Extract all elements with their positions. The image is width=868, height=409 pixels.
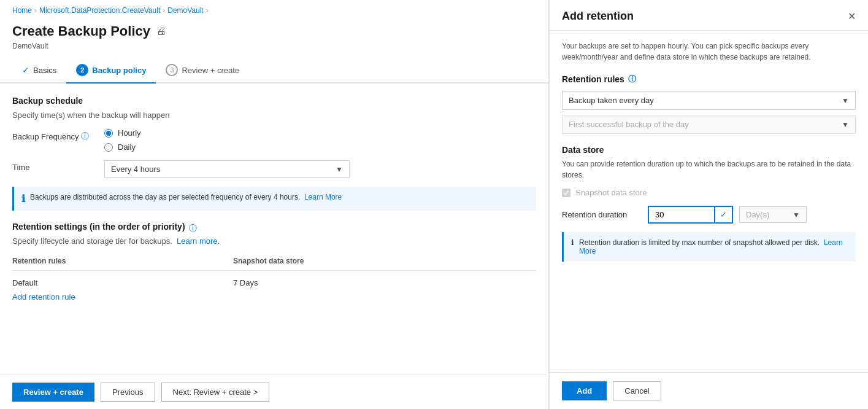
tab-review-create[interactable]: 3 Review + create <box>156 58 249 82</box>
right-info-icon: ℹ <box>571 238 574 247</box>
snapshot-checkbox <box>562 189 570 197</box>
previous-button[interactable]: Previous <box>101 383 155 402</box>
frequency-info-icon[interactable]: ⓘ <box>81 131 89 142</box>
page-subtitle: DemoVault <box>0 42 548 58</box>
retention-value-input[interactable] <box>648 206 715 224</box>
retention-learn-more-link[interactable]: Learn more. <box>177 236 220 246</box>
info-circle-icon: ℹ <box>21 193 25 204</box>
backup-schedule-subtitle: Specify time(s) when the backup will hap… <box>12 111 536 120</box>
right-panel-header: Add retention ✕ <box>550 0 868 31</box>
tab-review-num: 3 <box>166 64 178 76</box>
main-content: Backup schedule Specify time(s) when the… <box>0 84 548 375</box>
retention-duration-row: Retention duration ✓ Day(s) ▼ <box>562 206 856 224</box>
right-info-box: ℹ Retention duration is limited by max n… <box>562 232 856 262</box>
retention-table-header: Retention rules Snapshot data store <box>12 252 536 271</box>
retention-header: Retention settings (in the order of prio… <box>12 222 536 236</box>
table-row: Default 7 Days <box>12 273 536 292</box>
right-sub-chevron-icon: ▼ <box>842 120 849 129</box>
right-retention-dropdown-value: Backup taken every day <box>569 96 654 105</box>
tab-basics[interactable]: ✓ Basics <box>12 59 66 81</box>
right-datastore-title: Data store <box>562 145 856 155</box>
retention-input-group: ✓ <box>648 206 733 224</box>
right-description: Your backups are set to happen hourly. Y… <box>562 41 856 63</box>
frequency-info-box: ℹ Backups are distributed across the day… <box>12 187 536 211</box>
right-retention-chevron-icon: ▼ <box>842 96 849 105</box>
right-panel-title: Add retention <box>562 10 634 23</box>
breadcrumb-step2[interactable]: Microsoft.DataProtection.CreateVault <box>39 6 160 15</box>
breadcrumb-step3[interactable]: DemoVault <box>167 6 203 15</box>
frequency-learn-more-link[interactable]: Learn More <box>304 193 342 201</box>
radio-hourly[interactable]: Hourly <box>104 128 141 138</box>
retention-unit-dropdown[interactable]: Day(s) ▼ <box>739 206 807 223</box>
tabs-bar: ✓ Basics 2 Backup policy 3 Review + crea… <box>0 58 548 84</box>
right-retention-sub-dropdown: First successful backup of the day ▼ <box>562 115 856 134</box>
retention-subtitle: Specify lifecycle and storage tier for b… <box>12 236 536 246</box>
breadcrumb: Home › Microsoft.DataProtection.CreateVa… <box>0 0 548 18</box>
left-panel: Home › Microsoft.DataProtection.CreateVa… <box>0 0 549 409</box>
frequency-radio-group: Hourly Daily <box>104 128 141 152</box>
retention-duration-label: Retention duration <box>562 210 642 219</box>
right-retention-sub-value: First successful backup of the day <box>569 120 689 129</box>
time-dropdown[interactable]: Every 4 hours ▼ <box>104 160 350 178</box>
retention-title: Retention settings (in the order of prio… <box>12 222 185 232</box>
retention-settings: Retention settings (in the order of prio… <box>12 222 536 302</box>
radio-daily-label: Daily <box>118 142 136 152</box>
tab-review-label: Review + create <box>182 66 239 75</box>
right-panel-content: Your backups are set to happen hourly. Y… <box>550 31 868 372</box>
cancel-button[interactable]: Cancel <box>613 381 661 400</box>
retention-unit-value: Day(s) <box>746 210 769 219</box>
right-retention-dropdown[interactable]: Backup taken every day ▼ <box>562 91 856 110</box>
right-panel-footer: Add Cancel <box>550 372 868 409</box>
tab-backup-label: Backup policy <box>92 66 146 75</box>
snapshot-checkbox-row: Snapshot data store <box>562 188 856 197</box>
breadcrumb-sep2: › <box>163 6 165 15</box>
snapshot-label: Snapshot data store <box>575 188 647 197</box>
tab-backup-policy[interactable]: 2 Backup policy <box>66 58 156 84</box>
radio-daily-input[interactable] <box>104 143 113 152</box>
review-create-button[interactable]: Review + create <box>12 383 94 402</box>
radio-hourly-input[interactable] <box>104 129 113 138</box>
row-snapshot-days: 7 Days <box>233 278 536 287</box>
time-row: Time Every 4 hours ▼ <box>12 160 536 178</box>
close-button[interactable]: ✕ <box>848 10 856 22</box>
next-button[interactable]: Next: Review + create > <box>161 383 270 402</box>
time-chevron-icon: ▼ <box>336 165 343 174</box>
breadcrumb-sep1: › <box>34 6 37 15</box>
retention-unit-chevron-icon: ▼ <box>793 211 800 219</box>
page-footer: Review + create Previous Next: Review + … <box>0 375 548 409</box>
right-retention-rules-title: Retention rules ⓘ <box>562 74 856 85</box>
tab-backup-num: 2 <box>76 64 88 76</box>
tab-basics-label: Basics <box>33 66 56 75</box>
frequency-label: Backup Frequency ⓘ <box>12 128 98 142</box>
frequency-info-text: Backups are distributed across the day a… <box>30 193 300 201</box>
breadcrumb-sep3: › <box>206 6 209 15</box>
add-retention-rule-link[interactable]: Add retention rule <box>12 292 75 302</box>
col-rules-header: Retention rules <box>12 257 221 265</box>
backup-schedule-title: Backup schedule <box>12 96 536 106</box>
right-panel: Add retention ✕ Your backups are set to … <box>549 0 868 409</box>
right-retention-info-icon[interactable]: ⓘ <box>628 74 636 85</box>
radio-hourly-label: Hourly <box>118 128 141 138</box>
col-snapshot-header: Snapshot data store <box>233 257 536 265</box>
frequency-row: Backup Frequency ⓘ Hourly Daily <box>12 128 536 152</box>
time-dropdown-value: Every 4 hours <box>111 165 160 174</box>
page-header: Create Backup Policy 🖨 <box>0 18 548 42</box>
right-info-text: Retention duration is limited by max num… <box>579 238 820 247</box>
right-datastore-desc: You can provide retention duration up to… <box>562 158 856 181</box>
retention-check-icon[interactable]: ✓ <box>715 206 733 224</box>
row-rule-default: Default <box>12 278 221 287</box>
tab-check-icon: ✓ <box>22 65 29 75</box>
time-label: Time <box>12 160 98 172</box>
retention-info-icon[interactable]: ⓘ <box>189 223 197 234</box>
print-icon[interactable]: 🖨 <box>156 26 166 37</box>
breadcrumb-home[interactable]: Home <box>12 6 32 15</box>
radio-daily[interactable]: Daily <box>104 142 141 152</box>
page-title: Create Backup Policy <box>12 23 150 39</box>
add-button[interactable]: Add <box>562 381 607 400</box>
